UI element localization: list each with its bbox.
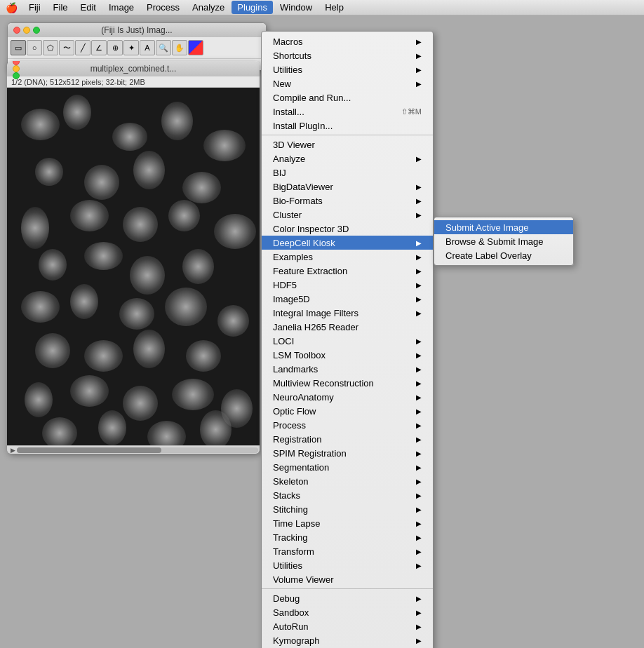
submenu-arrow-icon: ▶ — [416, 365, 422, 373]
menubar-file[interactable]: File — [48, 1, 74, 14]
menu-item-time-lapse[interactable]: Time Lapse ▶ — [262, 516, 433, 530]
tool-line[interactable]: ╱ — [75, 40, 90, 55]
menu-item-macros[interactable]: Macros ▶ — [262, 34, 433, 48]
scrollbar-thumb[interactable] — [17, 447, 161, 453]
deepcell-submenu: Submit Active Image Browse & Submit Imag… — [434, 217, 574, 266]
minimize-button[interactable] — [23, 27, 30, 34]
image-canvas — [7, 88, 260, 445]
tool-magnify[interactable]: 🔍 — [156, 40, 171, 55]
tool-angle[interactable]: ∠ — [91, 40, 107, 55]
submenu-arrow-icon: ▶ — [416, 464, 422, 471]
submenu-item-browse-submit[interactable]: Browse & Submit Image — [434, 234, 573, 248]
menubar-help[interactable]: Help — [319, 1, 349, 14]
menu-item-tracking[interactable]: Tracking ▶ — [262, 530, 433, 544]
menu-item-color-inspector[interactable]: Color Inspector 3D — [262, 222, 433, 236]
menu-item-bij[interactable]: BIJ — [262, 166, 433, 180]
submenu-arrow-icon: ▶ — [416, 379, 422, 387]
menu-item-volume-viewer[interactable]: Volume Viewer — [262, 572, 433, 586]
menu-item-cluster[interactable]: Cluster ▶ — [262, 208, 433, 222]
menubar-process[interactable]: Process — [141, 1, 185, 14]
menu-item-install[interactable]: Install... ⇧⌘M — [262, 104, 433, 119]
menu-item-bigdataviewer[interactable]: BigDataViewer ▶ — [262, 180, 433, 194]
play-button[interactable]: ▶ — [8, 446, 17, 454]
menu-item-neuroanatomy[interactable]: NeuroAnatomy ▶ — [262, 390, 433, 404]
tool-wand[interactable]: ✦ — [123, 40, 139, 55]
menu-item-autorun[interactable]: AutoRun ▶ — [262, 619, 433, 633]
menu-item-bio-formats[interactable]: Bio-Formats ▶ — [262, 194, 433, 208]
submenu-arrow-icon: ▶ — [416, 351, 422, 359]
tool-freehand[interactable]: 〜 — [59, 40, 74, 55]
menu-item-stitching[interactable]: Stitching ▶ — [262, 502, 433, 516]
menubar: 🍎 Fiji File Edit Image Process Analyze P… — [0, 0, 644, 15]
close-button[interactable] — [13, 27, 20, 34]
submenu-arrow-icon: ▶ — [416, 183, 422, 191]
menubar-fiji[interactable]: Fiji — [23, 1, 46, 14]
menu-item-shortcuts[interactable]: Shortcuts ▶ — [262, 48, 433, 62]
menu-item-loci[interactable]: LOCI ▶ — [262, 334, 433, 348]
menu-item-sandbox[interactable]: Sandbox ▶ — [262, 605, 433, 619]
traffic-lights — [13, 27, 40, 34]
menu-item-skeleton[interactable]: Skeleton ▶ — [262, 474, 433, 488]
menu-item-transform[interactable]: Transform ▶ — [262, 544, 433, 558]
menu-separator-1 — [262, 135, 433, 135]
menu-item-hdf5[interactable]: HDF5 ▶ — [262, 278, 433, 292]
menu-item-install-plugin[interactable]: Install PlugIn... — [262, 119, 433, 133]
submenu-arrow-icon: ▶ — [416, 239, 422, 247]
image-scrollbar[interactable]: ▶ — [7, 445, 260, 454]
tool-rectangle[interactable]: ▭ — [11, 40, 26, 55]
image-minimize-button[interactable] — [13, 65, 20, 72]
tool-scroll[interactable]: ✋ — [172, 40, 187, 55]
submenu-arrow-icon: ▶ — [416, 38, 422, 46]
menu-item-process[interactable]: Process ▶ — [262, 418, 433, 432]
fiji-toolbar-title: (Fiji Is Just) Imag... — [101, 25, 172, 35]
menu-item-stacks[interactable]: Stacks ▶ — [262, 488, 433, 502]
image-maximize-button[interactable] — [13, 72, 20, 79]
tool-color[interactable] — [188, 40, 203, 55]
menu-item-registration[interactable]: Registration ▶ — [262, 432, 433, 446]
submenu-arrow-icon: ▶ — [416, 534, 422, 541]
tool-text[interactable]: A — [140, 40, 155, 55]
menubar-edit[interactable]: Edit — [75, 1, 102, 14]
submenu-arrow-icon: ▶ — [416, 407, 422, 415]
menu-item-janelia[interactable]: Janelia H265 Reader — [262, 320, 433, 334]
menu-item-analyze[interactable]: Analyze ▶ — [262, 151, 433, 166]
submenu-item-create-label[interactable]: Create Label Overlay — [434, 248, 573, 262]
menu-item-kymograph[interactable]: Kymograph ▶ — [262, 633, 433, 647]
menubar-plugins[interactable]: Plugins — [232, 1, 273, 14]
menu-item-spim[interactable]: SPIM Registration ▶ — [262, 446, 433, 460]
submenu-arrow-icon: ▶ — [416, 281, 422, 289]
submenu-arrow-icon: ▶ — [416, 548, 422, 555]
menu-separator-2 — [262, 588, 433, 589]
submenu-item-submit-active[interactable]: Submit Active Image — [434, 220, 573, 234]
shortcut-label: ⇧⌘M — [401, 107, 422, 116]
menubar-window[interactable]: Window — [274, 1, 318, 14]
menubar-analyze[interactable]: Analyze — [187, 1, 230, 14]
scrollbar-track[interactable] — [17, 447, 258, 453]
menu-item-feature-extraction[interactable]: Feature Extraction ▶ — [262, 264, 433, 278]
menu-item-integral-image[interactable]: Integral Image Filters ▶ — [262, 306, 433, 320]
menu-item-lsm-toolbox[interactable]: LSM Toolbox ▶ — [262, 348, 433, 362]
menu-item-segmentation[interactable]: Segmentation ▶ — [262, 460, 433, 474]
tool-polygon[interactable]: ⬠ — [43, 40, 58, 55]
tool-oval[interactable]: ○ — [27, 40, 42, 55]
menu-item-examples[interactable]: Examples ▶ — [262, 250, 433, 264]
menu-item-new[interactable]: New ▶ — [262, 76, 433, 90]
maximize-button[interactable] — [33, 27, 40, 34]
submenu-arrow-icon: ▶ — [416, 506, 422, 513]
submenu-arrow-icon: ▶ — [416, 66, 422, 74]
submenu-arrow-icon: ▶ — [416, 253, 422, 261]
menu-item-multiview[interactable]: Multiview Reconstruction ▶ — [262, 376, 433, 390]
menubar-image[interactable]: Image — [103, 1, 140, 14]
menu-item-image5d[interactable]: Image5D ▶ — [262, 292, 433, 306]
menu-item-compile[interactable]: Compile and Run... — [262, 90, 433, 104]
menu-item-deepcell[interactable]: DeepCell Kiosk ▶ — [262, 236, 433, 250]
menu-item-debug[interactable]: Debug ▶ — [262, 591, 433, 605]
menu-item-landmarks[interactable]: Landmarks ▶ — [262, 362, 433, 376]
menu-item-utilities-2[interactable]: Utilities ▶ — [262, 558, 433, 572]
image-title: multiplex_combined.t... — [90, 64, 177, 74]
menu-item-3d-viewer[interactable]: 3D Viewer — [262, 137, 433, 151]
menu-item-optic-flow[interactable]: Optic Flow ▶ — [262, 404, 433, 418]
menu-item-utilities-1[interactable]: Utilities ▶ — [262, 62, 433, 76]
submenu-arrow-icon: ▶ — [416, 609, 422, 616]
tool-point[interactable]: ⊕ — [107, 40, 123, 55]
